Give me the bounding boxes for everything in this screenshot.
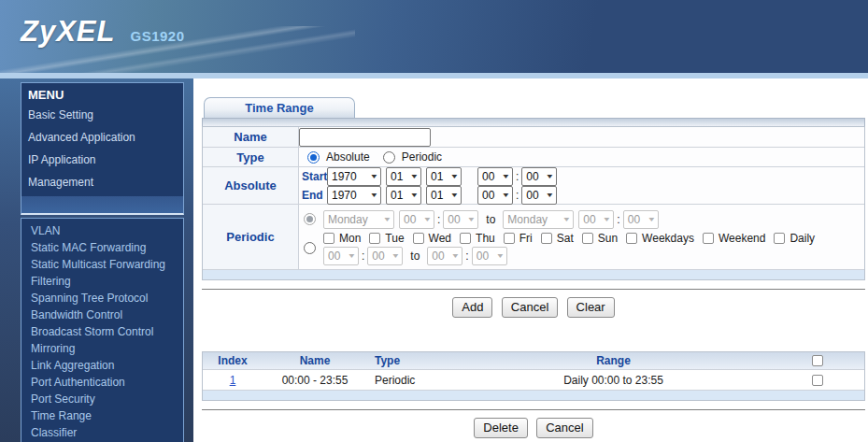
sidebar-item-static-mac-forwarding[interactable]: Static MAC Forwarding	[21, 239, 183, 256]
absolute-end-minute-select[interactable]: 00▼	[521, 186, 557, 205]
day-checkbox-sun[interactable]: Sun	[582, 232, 618, 245]
checkbox[interactable]	[369, 233, 380, 244]
checkbox[interactable]	[626, 233, 637, 244]
add-button[interactable]: Add	[452, 297, 492, 318]
time-separator: :	[465, 250, 468, 263]
sidebar-item-bandwidth-control[interactable]: Bandwidth Control	[21, 307, 183, 323]
absolute-start-label: Start	[302, 170, 327, 183]
absolute-end-month-select[interactable]: 01▼	[386, 186, 421, 205]
delete-button[interactable]: Delete	[474, 418, 528, 438]
checkbox[interactable]	[413, 233, 424, 244]
row-range: Daily 00:00 to 23:55	[456, 374, 771, 387]
checkbox[interactable]	[541, 233, 552, 244]
clear-button[interactable]: Clear	[567, 297, 615, 318]
day-checkbox-daily[interactable]: Daily	[774, 232, 815, 245]
dropdown-arrow-icon: ▼	[348, 252, 357, 259]
dropdown-arrow-icon: ▼	[502, 173, 511, 179]
sidebar-item-classifier[interactable]: Classifier	[21, 424, 183, 441]
day-checkbox-thu[interactable]: Thu	[460, 232, 495, 245]
index-link[interactable]: 1	[230, 374, 236, 387]
checkbox[interactable]	[504, 233, 515, 244]
time-separator: :	[516, 170, 519, 183]
main-content: Time Range Name Type Absolute	[193, 78, 868, 442]
checkbox[interactable]	[582, 233, 593, 244]
sidebar-item-spanning-tree-protocol[interactable]: Spanning Tree Protocol	[21, 290, 183, 307]
sidebar-item-port-security[interactable]: Port Security	[21, 391, 183, 407]
periodic-from-minute-select: 00▼	[443, 210, 478, 229]
row-checkbox[interactable]	[812, 375, 823, 386]
absolute-start-year-select[interactable]: 1970▼	[327, 167, 381, 186]
day-checkbox-weekend[interactable]: Weekend	[703, 232, 765, 245]
sidebar-item-filtering[interactable]: Filtering	[21, 273, 183, 290]
sidebar-item-broadcast-storm-control[interactable]: Broadcast Storm Control	[21, 323, 183, 340]
periodic-to-minute-select: 00▼	[623, 210, 659, 229]
sidebar-item-static-multicast-forwarding[interactable]: Static Multicast Forwarding	[21, 256, 183, 273]
day-checkbox-weekdays[interactable]: Weekdays	[626, 232, 694, 245]
menu-footer-bar	[21, 196, 183, 213]
dropdown-arrow-icon: ▼	[451, 252, 461, 259]
sidebar-item-basic-setting[interactable]: Basic Setting	[21, 104, 183, 126]
absolute-start-hour-select[interactable]: 00▼	[477, 167, 513, 186]
day-checkbox-fri[interactable]: Fri	[504, 232, 533, 245]
dropdown-arrow-icon: ▼	[546, 173, 555, 179]
sidebar-item-vlan[interactable]: VLAN	[21, 222, 183, 239]
sidebar-item-management[interactable]: Management	[21, 171, 183, 193]
periodic-weekly-radio	[304, 213, 316, 225]
checkbox[interactable]	[774, 233, 785, 244]
header-type: Type	[367, 354, 456, 367]
dropdown-arrow-icon: ▼	[383, 216, 392, 222]
app-header: ZyXEL GS1920	[0, 0, 868, 73]
absolute-start-month-select[interactable]: 01▼	[386, 167, 421, 186]
dropdown-arrow-icon: ▼	[370, 173, 379, 179]
dropdown-arrow-icon: ▼	[562, 216, 572, 222]
sidebar-item-time-range[interactable]: Time Range	[21, 407, 183, 424]
form-buttons: Add Cancel Clear	[202, 297, 865, 318]
sidebar-item-ip-application[interactable]: IP Application	[21, 149, 183, 171]
dropdown-arrow-icon: ▼	[423, 216, 433, 222]
dropdown-arrow-icon: ▼	[410, 192, 420, 198]
cancel-button[interactable]: Cancel	[502, 297, 558, 318]
checkbox[interactable]	[323, 233, 334, 244]
sidebar: MENU Basic Setting Advanced Application …	[0, 78, 193, 442]
type-periodic-radio[interactable]	[383, 151, 395, 164]
daily-to-hour-select: 00▼	[427, 247, 462, 265]
time-separator: :	[437, 213, 440, 226]
header-index: Index	[203, 354, 263, 367]
day-checkbox-mon[interactable]: Mon	[323, 232, 361, 245]
submenu-panel: VLAN Static MAC Forwarding Static Multic…	[21, 218, 184, 442]
dropdown-arrow-icon: ▼	[391, 252, 401, 259]
day-checkbox-tue[interactable]: Tue	[369, 232, 404, 245]
checkbox[interactable]	[703, 233, 714, 244]
sidebar-item-advanced-application[interactable]: Advanced Application	[21, 126, 183, 149]
absolute-start-day-select[interactable]: 01▼	[426, 167, 462, 186]
main-menu-panel: MENU Basic Setting Advanced Application …	[21, 82, 184, 215]
time-range-form: Name Type Absolute Periodic	[202, 126, 865, 280]
sidebar-item-mirroring[interactable]: Mirroring	[21, 340, 183, 357]
dropdown-arrow-icon: ▼	[467, 216, 477, 222]
checkbox[interactable]	[460, 233, 471, 244]
dropdown-arrow-icon: ▼	[450, 173, 460, 179]
day-checkbox-wed[interactable]: Wed	[413, 232, 451, 245]
select-all-checkbox[interactable]	[812, 355, 823, 366]
cancel-button-2[interactable]: Cancel	[536, 418, 592, 438]
periodic-to-day-select: Monday▼	[503, 210, 574, 229]
absolute-end-hour-select[interactable]: 00▼	[477, 186, 513, 205]
day-checkbox-sat[interactable]: Sat	[541, 232, 574, 245]
table-header-row: Index Name Type Range	[203, 352, 864, 370]
model-label: GS1920	[130, 28, 184, 49]
tab-time-range[interactable]: Time Range	[204, 97, 355, 118]
daily-to-minute-select: 00▼	[472, 247, 507, 265]
dropdown-arrow-icon: ▼	[502, 192, 511, 198]
type-absolute-radio[interactable]	[307, 151, 320, 164]
absolute-end-year-select[interactable]: 1970▼	[327, 186, 381, 205]
sidebar-item-port-authentication[interactable]: Port Authentication	[21, 374, 183, 391]
dropdown-arrow-icon: ▼	[495, 252, 505, 259]
sidebar-item-link-aggregation[interactable]: Link Aggregation	[21, 357, 183, 374]
periodic-days-radio[interactable]	[304, 242, 316, 254]
name-input[interactable]	[299, 128, 431, 147]
absolute-end-day-select[interactable]: 01▼	[426, 186, 462, 205]
name-label: Name	[203, 127, 299, 147]
time-separator: :	[617, 213, 619, 226]
absolute-start-minute-select[interactable]: 00▼	[521, 167, 557, 186]
to-label: to	[486, 213, 495, 226]
